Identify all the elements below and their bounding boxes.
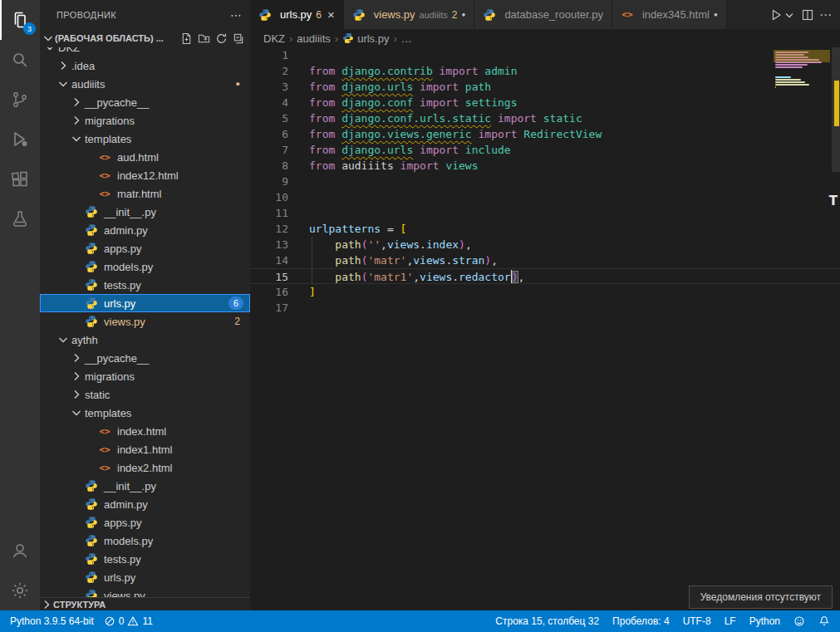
activity-item-settings[interactable]	[0, 571, 40, 610]
status-label: LF	[725, 615, 736, 627]
new-file-icon	[180, 32, 193, 45]
tree-file-models.py[interactable]: models.py	[40, 532, 250, 550]
code-line-6[interactable]: 6from django.views.generic import Redire…	[250, 126, 840, 142]
more-actions-icon[interactable]: ⋯	[230, 8, 242, 22]
tree-file-index.html[interactable]: <>index.html	[40, 422, 250, 440]
code-line-15[interactable]: 15 path('matr1',views.redactor),	[250, 268, 840, 284]
activity-item-testing[interactable]	[0, 199, 40, 239]
tree-file-urls.py[interactable]: urls.py	[40, 568, 250, 586]
code-area[interactable]: 12from django.contrib import admin3from …	[250, 47, 840, 610]
status-right: Строка 15, столбец 32Пробелов: 4UTF-8LFP…	[492, 615, 833, 627]
tree-file-urls.py[interactable]: urls.py6	[40, 294, 250, 312]
tree-folder-templates[interactable]: templates	[40, 404, 250, 422]
button-refresh-explorer[interactable]	[214, 31, 229, 47]
tree-file-models.py[interactable]: models.py	[40, 257, 250, 276]
code-line-4[interactable]: 4from django.conf import settings	[250, 95, 840, 110]
tree-folder-migrations[interactable]: migrations	[40, 111, 250, 130]
code-token	[309, 254, 335, 267]
tree-file-admin.py[interactable]: admin.py	[40, 495, 250, 513]
tab-views.py[interactable]: views.pyaudiiits2●	[344, 0, 475, 29]
code-line-11[interactable]: 11	[250, 205, 840, 221]
tree-folder-DKZ[interactable]: DKZ	[40, 47, 250, 56]
code-line-9[interactable]: 9	[250, 174, 840, 189]
status-eol[interactable]: LF	[721, 615, 739, 627]
status-encoding[interactable]: UTF-8	[680, 615, 715, 627]
code-line-3[interactable]: 3from django.urls import path	[250, 79, 840, 95]
breadcrumb: DKZ›audiiits›urls.py›…	[250, 29, 840, 47]
activity-item-extensions[interactable]	[0, 159, 40, 199]
breadcrumb-item[interactable]: audiiits	[297, 32, 330, 45]
code-line-2[interactable]: 2from django.contrib import admin	[250, 63, 840, 79]
tree-file-matr.html[interactable]: <>matr.html	[40, 184, 250, 203]
code-line-17[interactable]: 17	[250, 300, 840, 316]
code-line-14[interactable]: 14 path('matr',views.stran),	[250, 252, 840, 268]
tree-file-__init__.py[interactable]: __init__.py	[40, 203, 250, 221]
code-token: import	[413, 144, 465, 156]
workspace-section-header[interactable]: (РАБОЧАЯ ОБЛАСТЬ) ...	[40, 29, 250, 47]
button-more-editor-actions[interactable]: ⋯	[819, 7, 832, 22]
tab-urls.py[interactable]: urls.py6×	[250, 0, 344, 29]
code-token: path	[335, 254, 361, 267]
refresh-explorer-icon	[215, 32, 228, 45]
status-cursor-position[interactable]: Строка 15, столбец 32	[492, 615, 602, 627]
code-text: urlpatterns = [	[288, 221, 406, 237]
code-line-10[interactable]: 10	[250, 189, 840, 205]
tree-file-index2.html[interactable]: <>index2.html	[40, 458, 250, 477]
status-feedback[interactable]	[790, 615, 808, 627]
activity-item-account[interactable]	[0, 531, 40, 571]
tree-file-__init__.py[interactable]: __init__.py	[40, 477, 250, 495]
tree-folder-.idea[interactable]: .idea	[40, 56, 250, 75]
code-line-7[interactable]: 7from django.urls import include	[250, 142, 840, 158]
code-line-1[interactable]: 1	[250, 47, 840, 63]
notification-toast[interactable]: Уведомления отсутствуют	[689, 585, 833, 609]
breadcrumb-item[interactable]: …	[401, 32, 412, 45]
tree-folder-__pycache__[interactable]: __pycache__	[40, 349, 250, 367]
status-notifications[interactable]	[815, 615, 833, 627]
button-new-file[interactable]	[179, 31, 194, 47]
tree-folder-static[interactable]: static	[40, 385, 250, 404]
minimap[interactable]	[774, 48, 830, 91]
button-collapse-folders[interactable]	[231, 31, 247, 47]
tree-file-views.py[interactable]: views.py2	[40, 312, 250, 331]
tree-file-tests.py[interactable]: tests.py	[40, 276, 250, 294]
activity-item-run-debug[interactable]	[0, 120, 40, 159]
tree-file-index12.html[interactable]: <>index12.html	[40, 166, 250, 184]
activity-item-source-control[interactable]	[0, 80, 40, 120]
code-line-12[interactable]: 12urlpatterns = [	[250, 221, 840, 237]
tab-database_roouter.py[interactable]: database_roouter.py	[474, 0, 612, 29]
tree-file-apps.py[interactable]: apps.py	[40, 239, 250, 257]
tree-folder-migrations[interactable]: migrations	[40, 367, 250, 385]
tree-folder-aythh[interactable]: aythh	[40, 331, 250, 349]
tree-folder-templates[interactable]: templates	[40, 130, 250, 148]
code-line-16[interactable]: 16]	[250, 284, 840, 300]
code-line-13[interactable]: 13 path('',views.index),	[250, 237, 840, 252]
button-split-editor[interactable]	[801, 8, 814, 22]
tree-file-tests.py[interactable]: tests.py	[40, 550, 250, 568]
button-run-python-file[interactable]	[769, 8, 796, 22]
status-problems[interactable]: 011	[101, 615, 156, 627]
tree-item-label: templates	[83, 133, 250, 145]
close-icon[interactable]: ×	[327, 7, 335, 22]
tree-file-admin.py[interactable]: admin.py	[40, 221, 250, 239]
tree-folder-__pycache__[interactable]: __pycache__	[40, 93, 250, 111]
code-line-5[interactable]: 5from django.conf.urls.static import sta…	[250, 110, 840, 126]
button-new-folder[interactable]	[196, 31, 212, 47]
status-language-mode[interactable]: Python	[746, 615, 784, 627]
code-text: from django.urls import path	[288, 79, 491, 95]
status-indentation[interactable]: Пробелов: 4	[609, 615, 673, 627]
tree-file-apps.py[interactable]: apps.py	[40, 513, 250, 532]
tree-file-aud.html[interactable]: <>aud.html	[40, 148, 250, 166]
status-python-version[interactable]: Python 3.9.5 64-bit	[7, 615, 97, 627]
code-line-8[interactable]: 8from audiiits import views	[250, 158, 840, 174]
activity-item-search[interactable]	[0, 40, 40, 80]
chevron-down-icon	[70, 406, 83, 419]
activity-item-explorer[interactable]: 3	[0, 0, 40, 40]
outline-section-header[interactable]: СТРУКТУРА	[40, 597, 250, 610]
chevron-down-icon	[56, 77, 70, 91]
breadcrumb-item[interactable]: urls.py	[342, 32, 389, 45]
tree-file-index1.html[interactable]: <>index1.html	[40, 440, 250, 458]
tab-index345.html[interactable]: <>index345.html●	[612, 0, 727, 29]
tree-folder-audiiits[interactable]: audiiits●	[40, 75, 250, 93]
tree-file-views.py[interactable]: views.py	[40, 586, 250, 597]
breadcrumb-item[interactable]: DKZ	[263, 32, 285, 45]
